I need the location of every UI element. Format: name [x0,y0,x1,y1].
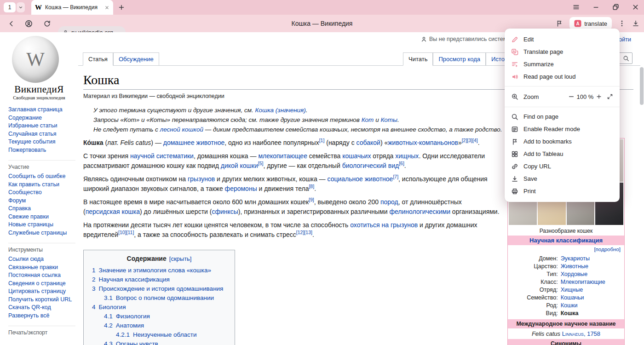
sidebar-item[interactable]: Сообщить об ошибке [8,172,75,181]
sidebar-link[interactable]: Получить короткий URL [8,296,72,303]
sidebar-item[interactable]: Скачать QR-код [8,304,75,312]
maximize-button[interactable] [612,3,620,11]
sidebar-link[interactable]: Текущие события [8,138,55,145]
sidebar-item[interactable]: Текущие события [8,138,75,146]
view-tab[interactable]: Читать [403,52,433,66]
browser-menu-button[interactable] [618,20,626,27]
sidebar-link[interactable]: Содержание [8,115,42,121]
toc-item[interactable]: 4.3Органы чувств [104,339,226,345]
toc-item[interactable]: 4.2Анатомия [104,321,226,330]
sidebar-link[interactable]: Заглавная страница [8,106,63,113]
sidebar-item[interactable]: Ссылки сюда [8,255,75,264]
sidebar-item[interactable]: Пожертвовать [8,146,75,155]
tab-close-icon[interactable] [104,5,109,10]
sidebar-link[interactable]: Случайная статья [8,131,57,137]
menu-item[interactable]: Summarize [505,58,620,70]
toc-item[interactable]: 2Научная классификация [92,275,226,284]
chevron-down-icon[interactable] [17,2,25,12]
menu-item[interactable]: Save [505,172,620,185]
taxon-link[interactable]: Кошки [561,302,578,309]
sidebar-link[interactable]: Форум [8,197,26,204]
taxon-link[interactable]: Млекопитающие [561,279,605,285]
sidebar-link[interactable]: Сообщить об ошибке [8,173,65,179]
taxon-link[interactable]: Хищные [561,287,583,293]
sidebar-item[interactable]: Получить короткий URL [8,296,75,304]
sidebar-link[interactable]: Пожертвовать [8,147,46,153]
new-tab-button[interactable] [118,4,125,11]
view-tab[interactable]: Просмотр кода [433,52,486,66]
reload-button[interactable] [43,20,51,28]
sidebar-item[interactable]: Связанные правки [8,264,75,272]
profile-icon[interactable] [25,20,33,28]
zoom-out-button[interactable] [568,93,575,100]
close-window-button[interactable] [632,3,639,11]
minimize-button[interactable] [592,3,600,11]
taxon-link[interactable]: Животные [561,263,588,270]
sidebar-link[interactable]: Сообщество [8,189,42,196]
menu-item[interactable]: Read page out loud [505,70,620,83]
taxon-link[interactable]: Хордовые [561,271,588,277]
sidebar-link[interactable]: Новые страницы [8,221,53,228]
sidebar-item[interactable]: Развернуть всё [8,312,75,320]
taxon-link[interactable]: Кошачьи [561,294,584,301]
tab-counter[interactable]: 1 [4,2,25,12]
toc-item[interactable]: 3.1Вопрос о полном одомашнивании [104,293,226,303]
sidebar-link[interactable]: Избранные статьи [8,122,58,129]
menu-item[interactable]: Translate page [505,46,620,58]
toc-hide-link[interactable]: [скрыть] [169,255,192,262]
bookmark-icon[interactable] [556,20,563,27]
sidebar-item[interactable]: Избранные статьи [8,122,75,130]
menu-item[interactable]: Copy URL [505,160,620,172]
sidebar-link[interactable]: Связанные правки [8,264,58,270]
sidebar-item[interactable]: Справка [8,205,75,213]
sidebar-link[interactable]: Постоянная ссылка [8,272,61,278]
sidebar-link[interactable]: Служебные страницы [8,230,67,236]
sidebar-link[interactable]: Как править статьи [8,181,59,188]
page-tab[interactable]: Обсуждение [113,52,159,66]
menu-item[interactable]: Find on page [505,110,620,123]
toc-item[interactable]: 3Происхождение и история одомашнивания [92,284,226,293]
details-link[interactable]: [подробно] [594,247,621,252]
sidebar-link[interactable]: Ссылки сюда [8,256,44,262]
sidebar-item[interactable]: Цитировать страницу [8,288,75,296]
browser-tab[interactable]: W Кошка — Википедия [31,0,113,15]
page-tab[interactable]: Статья [83,52,113,66]
sidebar-item[interactable]: Заглавная страница [8,106,75,114]
sidebar-item[interactable]: Свежие правки [8,213,75,221]
sidebar-item[interactable]: Форум [8,197,75,205]
taxon-link[interactable]: Кошка [561,310,579,316]
toc-item[interactable]: 4.2.1Неизученные области [116,330,226,339]
fullscreen-button[interactable] [607,93,613,100]
menu-item[interactable]: Edit [505,33,620,46]
sidebar-link[interactable]: Развернуть всё [8,312,49,319]
menu-item[interactable]: Add to Tableau [505,148,620,160]
translate-button[interactable]: А translate [569,17,612,30]
sidebar-item[interactable]: Случайная статья [8,130,75,138]
toc-item[interactable]: 4Биология [92,303,226,312]
menu-item[interactable]: Print [505,185,620,197]
sidebar-item[interactable]: Сообщество [8,189,75,197]
sidebar-item[interactable]: Сведения о странице [8,280,75,288]
menu-item[interactable]: Add to bookmarks [505,135,620,148]
downloads-button[interactable] [632,20,639,27]
sidebar-link[interactable]: Сведения о странице [8,280,66,287]
scrollbar-thumb[interactable] [640,67,644,105]
wikipedia-logo-globe[interactable]: W [12,36,59,83]
sidebar-link[interactable]: Цитировать страницу [8,288,66,294]
hamburger-menu-icon[interactable] [572,3,580,11]
page-scrollbar[interactable] [640,67,644,345]
classification-link[interactable]: Научная классификация [529,237,603,244]
sidebar-link[interactable]: Свежие правки [8,213,49,220]
sidebar-item[interactable]: Как править статьи [8,181,75,189]
taxon-link[interactable]: Эукариоты [561,255,590,262]
toc-item[interactable]: 4.1Физиология [104,312,226,321]
toc-item[interactable]: 1Значение и этимология слова «кошка» [92,266,226,275]
search-icon[interactable] [623,55,629,62]
zoom-in-button[interactable] [596,93,602,100]
sidebar-item[interactable]: Постоянная ссылка [8,271,75,280]
sidebar-link[interactable]: Скачать QR-код [8,304,51,310]
sidebar-item[interactable]: Новые страницы [8,221,75,229]
back-button[interactable] [7,20,15,28]
menu-item[interactable]: Enable Reader mode [505,123,620,135]
sidebar-link[interactable]: Справка [8,205,31,212]
